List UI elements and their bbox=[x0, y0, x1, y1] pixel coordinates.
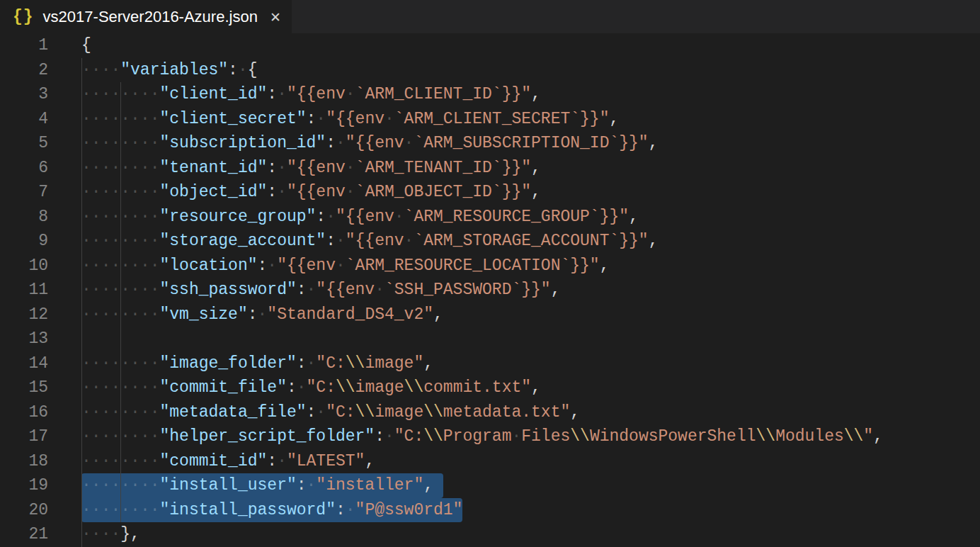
line-number[interactable]: 5 bbox=[0, 131, 81, 156]
line-number[interactable]: 6 bbox=[0, 156, 81, 181]
code-line-content[interactable]: ········"image_folder":·"C:\\image", bbox=[81, 351, 980, 376]
code-line-content[interactable]: ········"ssh_password":·"{{env·`SSH_PASS… bbox=[81, 278, 980, 303]
whitespace-dot: · bbox=[140, 427, 150, 446]
code-line[interactable]: 16········"metadata_file":·"C:\\image\\m… bbox=[0, 400, 980, 425]
line-number[interactable]: 10 bbox=[0, 254, 81, 278]
code-line-content[interactable]: ····"variables":·{ bbox=[81, 58, 980, 83]
whitespace-dot: · bbox=[101, 232, 111, 250]
line-number[interactable]: 12 bbox=[0, 303, 81, 327]
whitespace-dot: · bbox=[130, 305, 140, 324]
whitespace-dot: · bbox=[277, 452, 287, 470]
code-line-content[interactable]: ········"client_id":·"{{env·`ARM_CLIENT_… bbox=[81, 82, 980, 107]
editor-lines: 1{2····"variables":·{3········"client_id… bbox=[0, 33, 980, 547]
code-line[interactable]: 20········"install_password":·"P@ssw0rd1… bbox=[0, 498, 980, 523]
code-line-content[interactable]: ········"subscription_id":·"{{env·`ARM_S… bbox=[81, 131, 980, 156]
line-number[interactable]: 3 bbox=[0, 82, 81, 107]
code-line-content[interactable]: ········"commit_id":·"LATEST", bbox=[81, 449, 980, 474]
code-line[interactable]: 7········"object_id":·"{{env·`ARM_OBJECT… bbox=[0, 180, 980, 205]
whitespace-dot: · bbox=[101, 208, 111, 226]
whitespace-dot: · bbox=[81, 378, 91, 397]
code-line-content[interactable]: { bbox=[81, 33, 980, 58]
code-line[interactable]: 21····}, bbox=[0, 522, 980, 547]
line-number[interactable]: 9 bbox=[0, 229, 81, 254]
line-number[interactable]: 11 bbox=[0, 278, 81, 303]
whitespace-dot: · bbox=[130, 427, 140, 446]
code-line-content[interactable]: ········"commit_file":·"C:\\image\\commi… bbox=[81, 376, 980, 400]
code-line-content[interactable]: ········"install_password":·"P@ssw0rd1" bbox=[81, 498, 980, 523]
code-line-content[interactable]: ········"vm_size":·"Standard_DS4_v2", bbox=[81, 303, 980, 327]
whitespace-dot: · bbox=[316, 403, 326, 422]
code-line[interactable]: 18········"commit_id":·"LATEST", bbox=[0, 449, 980, 474]
code-text: ········"ssh_password":·"{{env·`SSH_PASS… bbox=[81, 281, 560, 299]
whitespace-dot: · bbox=[140, 403, 150, 422]
line-number[interactable]: 16 bbox=[0, 400, 81, 425]
code-text: ········"storage_account":·"{{env·`ARM_S… bbox=[81, 232, 658, 250]
line-number[interactable]: 21 bbox=[0, 522, 81, 547]
code-line-content[interactable]: ········"resource_group":·"{{env·`ARM_RE… bbox=[81, 205, 980, 230]
code-line-content[interactable]: ········"storage_account":·"{{env·`ARM_S… bbox=[81, 229, 980, 254]
line-number[interactable]: 8 bbox=[0, 205, 81, 230]
whitespace-dot: · bbox=[120, 476, 130, 495]
whitespace-dot: · bbox=[110, 183, 120, 201]
file-tab[interactable]: {} vs2017-Server2016-Azure.json ✕ bbox=[0, 0, 292, 33]
code-line[interactable]: 8········"resource_group":·"{{env·`ARM_R… bbox=[0, 205, 980, 230]
whitespace-dot: · bbox=[101, 501, 111, 519]
code-text: { bbox=[81, 36, 91, 55]
code-line-content[interactable]: ········"metadata_file":·"C:\\image\\met… bbox=[81, 400, 980, 425]
code-line-content[interactable]: ········"client_secret":·"{{env·`ARM_CLI… bbox=[81, 107, 980, 132]
code-line[interactable]: 14········"image_folder":·"C:\\image", bbox=[0, 351, 980, 376]
code-line[interactable]: 13 bbox=[0, 327, 980, 351]
code-line[interactable]: 1{ bbox=[0, 33, 980, 58]
whitespace-dot: · bbox=[326, 208, 336, 226]
whitespace-dot: · bbox=[81, 159, 91, 177]
code-line[interactable]: 5········"subscription_id":·"{{env·`ARM_… bbox=[0, 131, 980, 156]
whitespace-dot: · bbox=[81, 232, 91, 250]
code-line-content[interactable] bbox=[81, 327, 980, 351]
line-number[interactable]: 17 bbox=[0, 424, 81, 449]
code-line[interactable]: 6········"tenant_id":·"{{env·`ARM_TENANT… bbox=[0, 156, 980, 181]
line-number[interactable]: 2 bbox=[0, 58, 81, 83]
code-line[interactable]: 4········"client_secret":·"{{env·`ARM_CL… bbox=[0, 107, 980, 132]
whitespace-dot: · bbox=[91, 525, 101, 543]
code-line-content[interactable]: ········"tenant_id":·"{{env·`ARM_TENANT_… bbox=[81, 156, 980, 181]
line-number[interactable]: 13 bbox=[0, 327, 81, 351]
code-line[interactable]: 12········"vm_size":·"Standard_DS4_v2", bbox=[0, 303, 980, 327]
line-number[interactable]: 19 bbox=[0, 473, 81, 498]
code-line-content[interactable]: ········"install_user":·"installer", bbox=[81, 473, 980, 498]
line-number[interactable]: 18 bbox=[0, 449, 81, 474]
code-line[interactable]: 19········"install_user":·"installer", bbox=[0, 473, 980, 498]
whitespace-dot: · bbox=[101, 110, 111, 128]
whitespace-dot: · bbox=[150, 427, 160, 446]
code-line[interactable]: 2····"variables":·{ bbox=[0, 58, 980, 83]
line-number[interactable]: 7 bbox=[0, 180, 81, 205]
line-number[interactable]: 14 bbox=[0, 351, 81, 376]
code-line[interactable]: 17········"helper_script_folder":·"C:\\P… bbox=[0, 424, 980, 449]
whitespace-dot: · bbox=[150, 378, 160, 397]
code-line[interactable]: 11········"ssh_password":·"{{env·`SSH_PA… bbox=[0, 278, 980, 303]
tab-close-icon[interactable]: ✕ bbox=[270, 9, 281, 25]
code-line-content[interactable]: ········"location":·"{{env·`ARM_RESOURCE… bbox=[81, 254, 980, 278]
code-line[interactable]: 9········"storage_account":·"{{env·`ARM_… bbox=[0, 229, 980, 254]
whitespace-dot: · bbox=[384, 427, 394, 446]
whitespace-dot: · bbox=[91, 110, 101, 128]
whitespace-dot: · bbox=[81, 208, 91, 226]
whitespace-dot: · bbox=[81, 85, 91, 103]
line-number[interactable]: 4 bbox=[0, 107, 81, 132]
code-line-content[interactable]: ········"helper_script_folder":·"C:\\Pro… bbox=[81, 424, 980, 449]
code-text: ····}, bbox=[81, 525, 140, 543]
whitespace-dot: · bbox=[150, 232, 160, 250]
line-number[interactable]: 20 bbox=[0, 498, 81, 523]
whitespace-dot: · bbox=[101, 427, 111, 446]
code-line[interactable]: 10········"location":·"{{env·`ARM_RESOUR… bbox=[0, 254, 980, 278]
whitespace-dot: · bbox=[130, 134, 140, 152]
line-number[interactable]: 15 bbox=[0, 376, 81, 400]
code-editor[interactable]: 1{2····"variables":·{3········"client_id… bbox=[0, 33, 980, 547]
line-number[interactable]: 1 bbox=[0, 33, 81, 58]
code-line-content[interactable]: ····}, bbox=[81, 522, 980, 547]
indent-guide bbox=[120, 327, 121, 351]
code-line[interactable]: 15········"commit_file":·"C:\\image\\com… bbox=[0, 376, 980, 400]
code-text: ········"subscription_id":·"{{env·`ARM_S… bbox=[81, 134, 658, 152]
code-line-content[interactable]: ········"object_id":·"{{env·`ARM_OBJECT_… bbox=[81, 180, 980, 205]
code-line[interactable]: 3········"client_id":·"{{env·`ARM_CLIENT… bbox=[0, 82, 980, 107]
whitespace-dot: · bbox=[140, 183, 150, 201]
